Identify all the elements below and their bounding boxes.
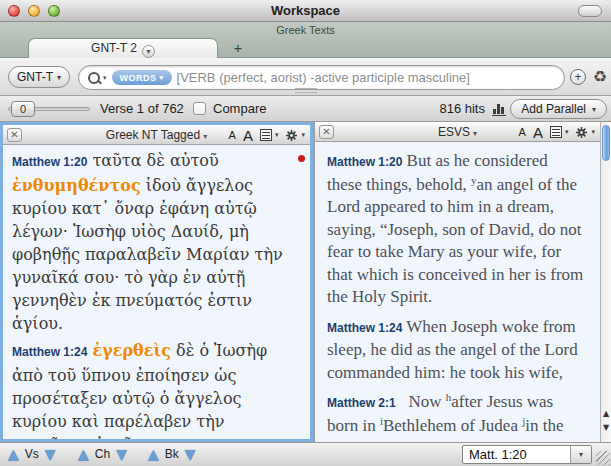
book-up-button[interactable]: ▲ [148,446,159,462]
reference-dropdown-button[interactable]: ▾ [570,446,591,463]
increase-font-button[interactable]: A [533,124,543,141]
chevron-down-icon: ▾ [591,128,595,136]
book-nav-group: ▲ Bk ▼ [148,446,196,462]
gear-icon[interactable] [575,126,588,139]
search-toolbar: GNT-T ▾ ▾ WORDS ▾ [VERB (perfect, aorist… [0,58,611,96]
english-text-body[interactable]: Matthew 1:20 But as he considered these … [315,142,600,442]
verse-text: an angel of the Lord appeared to him in … [327,175,583,307]
chapter-nav-label: Ch [95,447,110,461]
text-module-label: GNT-T [17,70,53,84]
verse-reference[interactable]: Matthew 1:24 [12,345,87,359]
verse-text: in the [525,416,563,435]
workspace-window: Workspace Greek Texts GNT-T 2▼ + GNT-T ▾… [0,0,611,466]
hit-marker-dot [298,155,305,162]
chevron-down-icon: ▾ [301,131,305,139]
text-module-button[interactable]: GNT-T ▾ [8,66,70,88]
workspace-subtitle: Greek Texts [0,24,611,36]
research-icon[interactable]: ♻ [593,67,607,86]
verse-slider-thumb[interactable]: 0 [11,101,35,117]
title-bar[interactable]: Workspace [0,0,611,22]
verse-reference[interactable]: Matthew 1:20 [12,155,87,169]
chapter-nav-group: ▲ Ch ▼ [78,446,127,462]
verse-text: Bethlehem of Judea [383,416,522,435]
toolbar-toggle-button[interactable] [578,5,602,17]
verse-block: Matthew 1:20 ταῦτα δὲ αὐτοῦ ἐνθυμηθέντος… [12,149,300,335]
scroll-up-arrow-icon[interactable]: ▲ [601,407,611,421]
book-nav-label: Bk [165,447,179,461]
scrollbar-thumb[interactable] [602,125,610,161]
reference-value[interactable]: Matt. 1:20 [463,446,570,463]
bar-chart-glyph [492,104,506,116]
verse-reference[interactable]: Matthew 1:20 [327,155,402,169]
search-scope-pill[interactable]: WORDS ▾ [112,70,172,85]
verse-counter: Verse 1 of 762 [100,101,184,116]
new-tab-button[interactable]: + [228,38,248,58]
verse-block: Matthew 1:24 When Joseph woke from sleep… [327,316,588,385]
verse-text: ἰδοὺ ἄγγελος κυρίου κατ᾽ ὄναρ ἐφάνη αὐτῷ… [12,176,283,333]
scrollbar-arrows: ▲ ▼ [601,407,611,439]
search-input[interactable]: ▾ WORDS ▾ [VERB (perfect, aorist) -activ… [78,65,565,90]
chevron-down-icon: ▾ [160,74,164,82]
window-title: Workspace [0,3,611,18]
verse-text: ταῦτα δὲ αὐτοῦ [92,151,218,170]
add-parallel-label: Add Parallel [521,102,586,116]
resize-grip[interactable] [596,451,610,465]
verse-nav-label: Vs [25,447,39,461]
verse-reference[interactable]: Matthew 2:1 [327,396,396,410]
verse-block: Matthew 2:1 Now hafter Jesus was born in… [327,391,588,437]
display-settings-icon[interactable] [260,129,272,141]
book-down-button[interactable]: ▼ [185,446,196,462]
verse-text: Now [400,392,446,411]
search-scope-label: WORDS [120,73,157,83]
pane-title-label: ESVS [438,125,470,139]
decrease-font-button[interactable]: A [519,126,526,138]
tab-dropdown-button[interactable]: ▼ [142,45,155,58]
increase-font-button[interactable]: A [243,127,253,144]
gear-icon[interactable] [285,129,298,142]
chevron-down-icon: ▾ [203,132,207,141]
verse-nav-group: ▲ Vs ▼ [8,446,56,462]
chapter-down-button[interactable]: ▼ [116,446,127,462]
search-query-value[interactable]: [VERB (perfect, aorist) -active particip… [177,70,470,85]
result-toolbar: 0 Verse 1 of 762 Compare 816 hits ▾ Add … [0,96,611,122]
search-hit-word[interactable]: ἐνθυμηθέντος [12,176,141,195]
chevron-down-icon: ▾ [592,105,596,114]
chevron-down-icon: ▾ [473,129,477,138]
pane-header-icons: A A ▾ ▾ [519,123,595,141]
verse-slider[interactable]: 0 [8,107,90,111]
verse-block: Matthew 1:24 ἐγερθεὶς δὲ ὁ Ἰωσὴφ ἀπὸ τοῦ… [12,339,300,442]
add-search-tab-button[interactable]: + [570,69,586,85]
content-area: ✕ Greek NT Tagged▾ A A ▾ ▾ [0,122,611,442]
pane-title-label: Greek NT Tagged [106,128,200,142]
bottom-bar: ▲ Vs ▼ ▲ Ch ▼ ▲ Bk ▼ Matt. 1:20 ▾ [0,442,611,466]
pane-header: ✕ Greek NT Tagged▾ A A ▾ ▾ [3,125,310,145]
display-settings-icon[interactable] [550,126,562,138]
pane-greek-nt-tagged[interactable]: ✕ Greek NT Tagged▾ A A ▾ ▾ [0,122,313,442]
vertical-scrollbar[interactable]: ▲ ▼ [600,122,611,442]
verse-block: Matthew 1:20 But as he considered these … [327,150,588,309]
search-hit-word[interactable]: ἐγερθεὶς [92,341,171,360]
hits-count: 816 hits [439,101,485,116]
tab-label: GNT-T 2 [91,41,137,55]
reference-combobox[interactable]: Matt. 1:20 ▾ [462,445,592,464]
chevron-down-icon: ▾ [275,131,279,139]
chevron-down-icon: ▾ [565,128,569,136]
pane-header: ✕ ESVS▾ A A ▾ ▾ [315,122,600,142]
scroll-down-arrow-icon[interactable]: ▼ [601,421,611,435]
search-options-chevron-icon[interactable]: ▾ [103,74,107,82]
pane-esvs[interactable]: ✕ ESVS▾ A A ▾ ▾ Mat [315,122,611,442]
chapter-up-button[interactable]: ▲ [78,446,89,462]
compare-checkbox[interactable] [193,102,206,115]
search-icon[interactable] [87,71,101,85]
tab-gnt-t-2[interactable]: GNT-T 2▼ [28,38,218,58]
chevron-down-icon: ▾ [57,73,61,82]
verse-reference[interactable]: Matthew 1:24 [327,321,402,335]
verse-up-button[interactable]: ▲ [8,446,19,462]
pane-header-icons: A A ▾ ▾ [229,126,305,144]
decrease-font-button[interactable]: A [229,129,236,141]
compare-label: Compare [213,101,266,116]
greek-text-body[interactable]: Matthew 1:20 ταῦτα δὲ αὐτοῦ ἐνθυμηθέντος… [3,145,310,442]
verse-down-button[interactable]: ▼ [45,446,56,462]
add-parallel-button[interactable]: Add Parallel ▾ [510,99,607,119]
tab-strip: Greek Texts GNT-T 2▼ + [0,22,611,58]
